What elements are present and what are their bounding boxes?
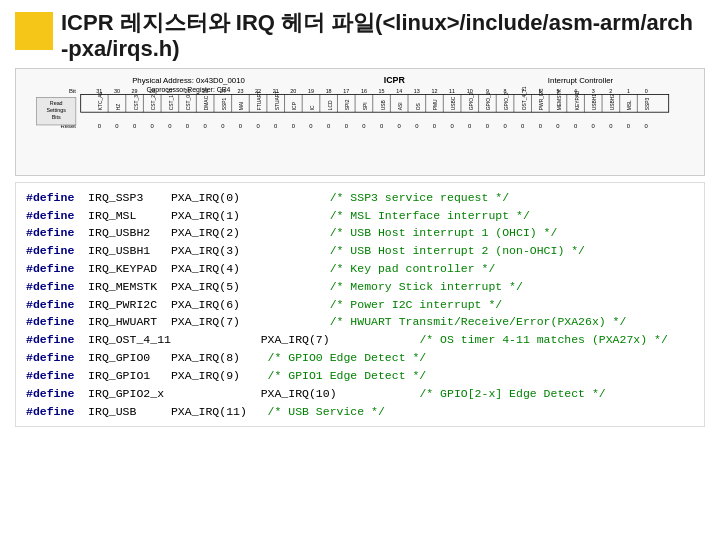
- svg-text:0: 0: [256, 123, 260, 129]
- svg-text:0: 0: [539, 123, 543, 129]
- svg-text:KTC_AL: KTC_AL: [98, 91, 103, 110]
- svg-text:MEMSTK: MEMSTK: [557, 88, 562, 110]
- svg-text:11: 11: [449, 87, 455, 93]
- svg-text:0: 0: [309, 123, 313, 129]
- svg-text:0: 0: [204, 123, 208, 129]
- svg-text:0: 0: [151, 123, 155, 129]
- svg-text:CST_1: CST_1: [169, 95, 174, 111]
- svg-text:MSL: MSL: [627, 100, 632, 110]
- svg-text:0: 0: [609, 123, 613, 129]
- svg-text:USBC: USBC: [451, 96, 456, 110]
- svg-text:17: 17: [343, 87, 349, 93]
- svg-text:0: 0: [221, 123, 225, 129]
- register-diagram: Physical Address: 0x43D0_0010 ICPR Inter…: [15, 68, 705, 176]
- svg-text:USBH2: USBH2: [610, 93, 615, 110]
- svg-text:0: 0: [380, 123, 384, 129]
- svg-text:Interrupt Controller: Interrupt Controller: [548, 76, 614, 85]
- svg-text:CST_3: CST_3: [134, 95, 139, 111]
- svg-text:0: 0: [521, 123, 525, 129]
- svg-text:HZ: HZ: [116, 103, 121, 110]
- svg-text:0: 0: [98, 123, 102, 129]
- code-line-8: #define IRQ_HWUART PXA_IRQ(7) /* HWUART …: [26, 313, 694, 331]
- svg-text:0: 0: [645, 123, 649, 129]
- svg-text:16: 16: [361, 87, 367, 93]
- svg-text:GPIO_2: GPIO_2: [469, 92, 474, 110]
- svg-text:USB: USB: [381, 100, 386, 110]
- svg-text:ASI: ASI: [398, 102, 403, 110]
- code-line-7: #define IRQ_PWRI2C PXA_IRQ(6) /* Power I…: [26, 296, 694, 314]
- svg-text:0: 0: [415, 123, 419, 129]
- svg-text:0: 0: [450, 123, 454, 129]
- svg-text:SSP1: SSP1: [222, 97, 227, 110]
- svg-text:23: 23: [237, 87, 243, 93]
- svg-text:30: 30: [114, 87, 120, 93]
- svg-text:0: 0: [627, 123, 631, 129]
- svg-text:IC: IC: [310, 105, 315, 110]
- svg-text:USBH1: USBH1: [592, 93, 597, 110]
- code-line-3: #define IRQ_USBH2 PXA_IRQ(2) /* USB Host…: [26, 224, 694, 242]
- svg-text:KEYPAD: KEYPAD: [575, 90, 580, 110]
- svg-text:28: 28: [149, 87, 155, 93]
- svg-text:0: 0: [292, 123, 296, 129]
- code-line-9: #define IRQ_OST_4_11 PXA_IRQ(7) /* OS ti…: [26, 331, 694, 349]
- svg-text:0: 0: [486, 123, 490, 129]
- code-line-5: #define IRQ_KEYPAD PXA_IRQ(4) /* Key pad…: [26, 260, 694, 278]
- svg-text:14: 14: [396, 87, 402, 93]
- page-title-line2: -pxa/irqs.h): [61, 36, 693, 62]
- svg-text:0: 0: [433, 123, 437, 129]
- svg-text:GPIO_1: GPIO_1: [486, 92, 491, 110]
- code-line-2: #define IRQ_MSL PXA_IRQ(1) /* MSL Interf…: [26, 207, 694, 225]
- logo-box: [15, 12, 53, 50]
- svg-text:20: 20: [290, 87, 296, 93]
- svg-text:0: 0: [186, 123, 190, 129]
- svg-text:12: 12: [431, 87, 437, 93]
- svg-text:ICPR: ICPR: [384, 75, 406, 85]
- svg-text:PMU: PMU: [433, 99, 438, 110]
- svg-text:0: 0: [503, 123, 507, 129]
- svg-text:2: 2: [609, 87, 612, 93]
- svg-text:Bits: Bits: [52, 114, 61, 120]
- svg-text:0: 0: [592, 123, 596, 129]
- code-line-13: #define IRQ_USB PXA_IRQ(11) /* USB Servi…: [26, 403, 694, 421]
- svg-text:SPI2: SPI2: [345, 99, 350, 110]
- title-container: ICPR 레지스터와 IRQ 헤더 파일(<linux>/include/asm…: [61, 10, 693, 63]
- svg-text:0: 0: [556, 123, 560, 129]
- svg-text:3: 3: [592, 87, 595, 93]
- svg-text:0: 0: [645, 87, 648, 93]
- code-line-11: #define IRQ_GPIO1 PXA_IRQ(9) /* GPIO1 Ed…: [26, 367, 694, 385]
- svg-text:Read: Read: [50, 100, 63, 106]
- svg-text:GPIO_0: GPIO_0: [504, 92, 509, 110]
- svg-text:PWR_I2C: PWR_I2C: [539, 88, 544, 110]
- svg-text:1: 1: [627, 87, 630, 93]
- svg-text:15: 15: [379, 87, 385, 93]
- svg-text:SSP3: SSP3: [645, 97, 650, 110]
- svg-text:27: 27: [167, 87, 173, 93]
- svg-text:18: 18: [326, 87, 332, 93]
- svg-text:CST_0: CST_0: [186, 95, 191, 111]
- svg-text:OS: OS: [416, 102, 421, 110]
- svg-text:0: 0: [362, 123, 366, 129]
- page-title-line1: ICPR 레지스터와 IRQ 헤더 파일(<linux>/include/asm…: [61, 10, 693, 36]
- svg-text:STUART: STUART: [275, 91, 280, 110]
- svg-text:Settings: Settings: [46, 107, 66, 113]
- svg-text:25: 25: [202, 87, 208, 93]
- svg-text:0: 0: [574, 123, 578, 129]
- svg-text:Bit: Bit: [69, 87, 76, 93]
- svg-text:0: 0: [133, 123, 137, 129]
- svg-text:DMAC: DMAC: [204, 95, 209, 110]
- svg-text:0: 0: [239, 123, 243, 129]
- svg-text:LCD: LCD: [328, 100, 333, 110]
- svg-text:Physical Address: 0x43D0_0010: Physical Address: 0x43D0_0010: [132, 76, 245, 85]
- code-line-6: #define IRQ_MEMSTK PXA_IRQ(5) /* Memory …: [26, 278, 694, 296]
- svg-text:0: 0: [168, 123, 172, 129]
- svg-text:13: 13: [414, 87, 420, 93]
- svg-text:29: 29: [132, 87, 138, 93]
- svg-text:CST_2: CST_2: [151, 95, 156, 111]
- svg-text:SPI: SPI: [363, 102, 368, 110]
- svg-text:0: 0: [274, 123, 278, 129]
- header: ICPR 레지스터와 IRQ 헤더 파일(<linux>/include/asm…: [0, 0, 720, 68]
- svg-text:0: 0: [327, 123, 331, 129]
- svg-text:ICP: ICP: [292, 102, 297, 110]
- svg-text:26: 26: [185, 87, 191, 93]
- svg-text:19: 19: [308, 87, 314, 93]
